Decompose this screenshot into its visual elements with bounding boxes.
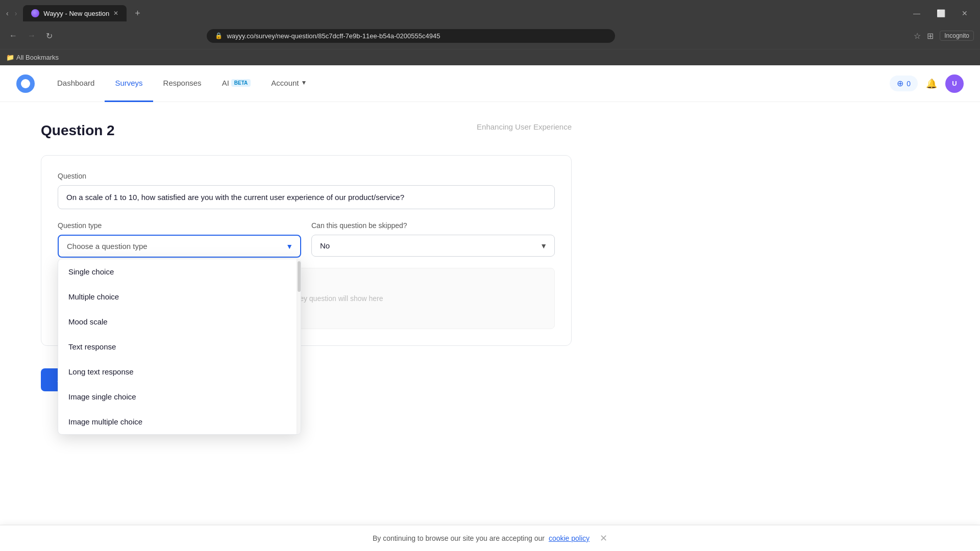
address-bar[interactable]: 🔒 wayyy.co/survey/new-question/85c7dcff-… [207,29,615,43]
page-header: Question 2 Enhancing User Experience [41,122,572,139]
tab-forward-icon: › [13,7,19,19]
dropdown-item-single-choice[interactable]: Single choice [58,259,301,284]
dropdown-item-mood-scale[interactable]: Mood scale [58,309,301,334]
nav-dashboard[interactable]: Dashboard [47,65,105,102]
question-field-group: Question [58,172,555,209]
dropdown-item-text-response[interactable]: Text response [58,334,301,359]
dropdown-item-image-multiple-choice[interactable]: Image multiple choice [58,409,301,434]
question-type-dropdown: Single choice Multiple choice Mood scale… [58,259,301,435]
logo-dot [21,79,30,88]
question-type-placeholder: Choose a question type [67,242,148,251]
all-bookmarks-label[interactable]: All Bookmarks [16,54,59,61]
skip-label: Can this question be skipped? [311,221,555,230]
lock-icon: 🔒 [215,32,223,39]
question-type-label: Question type [58,221,301,230]
close-tab-icon[interactable]: ✕ [113,10,118,17]
incognito-badge: Incognito [940,31,974,41]
dropdown-scrollbar-thumb [298,261,301,292]
ai-beta-badge: BETA [231,79,251,87]
forward-button[interactable]: → [24,29,39,42]
bookmarks-label: 📁 [6,54,14,61]
nav-account[interactable]: Account ▼ [261,65,317,102]
reload-button[interactable]: ↻ [43,29,56,43]
question-form-card: Question Question type Choose a question… [41,155,572,346]
credits-count: 0 [906,80,911,88]
skip-select[interactable]: No ▼ [311,235,555,257]
page-title: Question 2 [41,122,115,139]
nav-ai[interactable]: AI BETA [212,65,261,102]
maximize-button[interactable]: ⬜ [928,2,953,24]
question-type-chevron-icon: ▼ [286,242,293,251]
active-browser-tab[interactable]: Wayyy - New question ✕ [23,5,127,21]
tab-favicon [31,9,39,17]
app-logo[interactable] [16,74,35,93]
extension-icon[interactable]: ⊞ [927,31,934,41]
account-chevron-icon: ▼ [301,79,307,86]
question-input[interactable] [58,185,555,209]
user-avatar[interactable]: U [945,74,964,93]
question-type-select[interactable]: Choose a question type ▼ [58,235,301,258]
dropdown-item-image-single-choice[interactable]: Image single choice [58,384,301,409]
dropdown-item-long-text-response[interactable]: Long text response [58,359,301,384]
dropdown-scrollbar-track [297,259,301,434]
question-type-row: Question type Choose a question type ▼ [58,221,555,258]
cookie-banner: By continuing to browse our site you are… [0,525,980,551]
skip-chevron-icon: ▼ [540,242,547,250]
nav-surveys[interactable]: Surveys [105,65,153,102]
survey-name: Enhancing User Experience [477,122,572,131]
back-button[interactable]: ← [6,29,20,42]
avatar-initials: U [952,80,957,87]
skip-value: No [320,241,330,250]
skip-question-wrapper: Can this question be skipped? No ▼ [311,221,555,258]
cookie-policy-link[interactable]: cookie policy [549,534,590,542]
dropdown-item-multiple-choice[interactable]: Multiple choice [58,284,301,309]
browser-chrome: ‹ › Wayyy - New question ✕ + — ⬜ ✕ ← → ↻… [0,0,980,65]
minimize-button[interactable]: — [905,2,928,24]
notification-icon[interactable]: 🔔 [926,78,937,89]
credits-badge[interactable]: ⊕ 0 [890,76,918,91]
bookmark-star-icon[interactable]: ☆ [914,31,921,41]
question-type-wrapper: Question type Choose a question type ▼ [58,221,301,258]
new-tab-button[interactable]: + [129,6,146,21]
nav-responses[interactable]: Responses [153,65,212,102]
tab-title: Wayyy - New question [43,10,109,17]
cookie-message: By continuing to browse our site you are… [373,534,545,542]
credits-icon: ⊕ [897,79,903,88]
top-nav: Dashboard Surveys Responses AI BETA Acco… [0,65,980,102]
url-text: wayyy.co/survey/new-question/85c7dcff-7e… [227,32,440,40]
close-button[interactable]: ✕ [953,2,976,24]
tab-back-icon: ‹ [4,7,11,19]
cookie-close-button[interactable]: ✕ [600,534,607,543]
question-label: Question [58,172,555,180]
